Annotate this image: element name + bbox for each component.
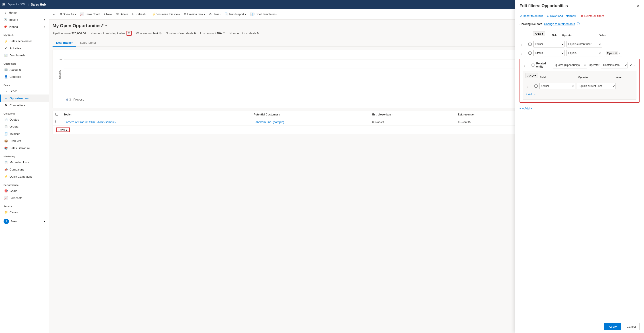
related-inner-more-button[interactable]: ···	[618, 84, 620, 88]
delete-all-filters-button[interactable]: 🗑 Delete all filters	[580, 14, 604, 18]
back-button[interactable]: ←	[51, 11, 57, 17]
sidebar-item-sales-accelerator[interactable]: ⚡ Sales accelerator	[0, 38, 49, 45]
est-close-date-column-header[interactable]: Est. close date ↑	[370, 111, 455, 118]
and-badge[interactable]: AND ▾	[533, 31, 545, 36]
topic-link[interactable]: 6 orders of Product SKU JJ202 (sample)	[64, 120, 116, 124]
goals-icon: 🎯	[4, 189, 8, 193]
sidebar-item-quotes[interactable]: 📄 Quotes	[0, 116, 49, 123]
orders-icon: 📋	[4, 125, 8, 128]
forecasts-icon: 📈	[4, 196, 8, 200]
sidebar-item-cases[interactable]: 📁 Cases	[0, 209, 49, 216]
sidebar-item-label: Home	[9, 11, 17, 14]
refresh-label: Refresh	[136, 13, 146, 16]
drag-handle-owner[interactable]: ⋮⋮	[520, 42, 527, 46]
user-expand-icon[interactable]: ▾	[44, 220, 45, 223]
status-tag-close-button[interactable]: ✕	[615, 52, 617, 54]
sidebar-item-forecasts[interactable]: 📈 Forecasts	[0, 194, 49, 201]
main-add-button[interactable]: + + Add ▾	[520, 105, 532, 111]
owner-field-select[interactable]: Owner	[533, 41, 564, 48]
owner-row-more-button[interactable]: ···	[637, 42, 640, 46]
waffle-icon[interactable]: ⊞	[2, 2, 6, 7]
related-entity-select[interactable]: Quotes (Opportunity)	[553, 62, 587, 69]
sidebar-item-pinned[interactable]: 📌 Pinned ▾	[0, 23, 49, 30]
won-info-icon[interactable]: ⓘ	[159, 32, 162, 35]
related-add-button[interactable]: + Add ▾	[526, 91, 536, 97]
related-entity-block: ⋮⋮ Related entity Quotes (Opportunity) O…	[520, 59, 640, 103]
owner-row-checkbox[interactable]	[528, 43, 532, 46]
related-inner-checkbox[interactable]	[534, 85, 538, 88]
related-entity-more-button[interactable]: ···	[634, 63, 636, 67]
status-row-more-button[interactable]: ···	[624, 51, 627, 55]
tab-deal-tracker[interactable]: Deal tracker	[52, 39, 76, 47]
change-to-retained-link[interactable]: Change to retained data	[544, 22, 575, 26]
show-chart-button[interactable]: 📈 Show Chart	[78, 11, 102, 17]
sidebar-item-orders[interactable]: 📋 Orders	[0, 123, 49, 130]
related-inner-operator-select[interactable]: Equals current user	[577, 83, 616, 89]
sidebar-item-leads[interactable]: → Leads	[0, 87, 49, 95]
chart-legend: 3 - Propose	[66, 98, 84, 101]
related-entity-checkbox[interactable]	[532, 64, 534, 67]
related-add-icon: +	[526, 93, 527, 96]
user-avatar[interactable]: S	[4, 219, 9, 224]
sidebar-item-invoices[interactable]: 🧾 Invoices	[0, 130, 49, 137]
run-report-button[interactable]: 📄 Run Report ▾	[223, 11, 248, 17]
select-all-checkbox[interactable]	[56, 113, 58, 116]
title-dropdown-icon[interactable]: ▾	[105, 24, 107, 28]
row-checkbox[interactable]	[56, 120, 58, 123]
sidebar-item-sales-literature[interactable]: 📚 Sales Literature	[0, 144, 49, 152]
new-button[interactable]: + New	[102, 11, 114, 17]
status-operator-select[interactable]: Equals	[566, 50, 602, 56]
sidebar-item-activities[interactable]: ✓ Activities	[0, 45, 49, 52]
refresh-button[interactable]: ↻ Refresh	[130, 11, 148, 17]
sidebar-item-accounts[interactable]: 🏢 Accounts	[0, 66, 49, 73]
sidebar-item-contacts[interactable]: 👤 Contacts	[0, 73, 49, 80]
status-row-checkbox[interactable]	[528, 52, 532, 55]
sidebar-item-opportunities[interactable]: ○ Opportunities	[0, 95, 49, 102]
owner-operator-select[interactable]: Equals current user	[566, 41, 602, 48]
sidebar-item-goals[interactable]: 🎯 Goals	[0, 187, 49, 194]
visualize-button[interactable]: ⚡ Visualize this view	[150, 11, 182, 17]
customer-link[interactable]: Fabrikam, Inc. (sample)	[254, 120, 284, 124]
tab-sales-funnel[interactable]: Sales funnel	[76, 39, 99, 47]
show-as-button[interactable]: ⊞ Show As ▾	[58, 11, 78, 17]
sidebar-item-home[interactable]: ⌂ Home	[0, 9, 49, 16]
sidebar-item-recent[interactable]: 🕐 Recent ▾	[0, 16, 49, 23]
sidebar-item-label: Recent	[9, 18, 18, 22]
sidebar-item-products[interactable]: 📦 Products	[0, 137, 49, 144]
sidebar-item-competitors[interactable]: ⚑ Competitors	[0, 102, 49, 109]
status-dropdown-icon[interactable]: ▾	[619, 52, 620, 54]
apply-button[interactable]: Apply	[604, 323, 621, 330]
related-and-badge[interactable]: AND ▾	[526, 73, 538, 78]
potential-customer-column-header[interactable]: Potential Customer ↕	[251, 111, 370, 118]
download-fetchxml-button[interactable]: ⬇ Download FetchXML	[547, 14, 577, 18]
related-drag-handle[interactable]: ⋮⋮	[523, 63, 530, 67]
drag-handle-status[interactable]: ⋮⋮	[520, 51, 527, 55]
related-entity-expand-button[interactable]: ⤢	[630, 64, 632, 67]
related-operator-select[interactable]: Contains data	[601, 62, 628, 69]
related-inner-drag-handle[interactable]: ⋮⋮	[526, 84, 533, 88]
excel-button[interactable]: 📊 Excel Templates ▾	[248, 11, 279, 17]
related-inner-field-select[interactable]: Owner	[539, 83, 575, 89]
status-field-select[interactable]: Status	[533, 50, 564, 56]
email-link-button[interactable]: ✉ Email a Link ▾	[182, 11, 207, 17]
sidebar-item-label: Sales Literature	[10, 146, 30, 150]
filter-close-button[interactable]: ✕	[637, 4, 640, 8]
lost-info-icon[interactable]: ⓘ	[223, 32, 225, 35]
flow-button[interactable]: ⚙ Flow ▾	[207, 11, 222, 17]
reset-default-button[interactable]: ↺ Reset to default	[520, 14, 543, 18]
sidebar-item-quick-campaigns[interactable]: ⚡ Quick Campaigns	[0, 173, 49, 180]
sidebar-item-marketing-lists[interactable]: 📋 Marketing Lists	[0, 159, 49, 166]
lost-deals-value: 0	[257, 32, 258, 35]
topic-column-header[interactable]: Topic ↕	[61, 111, 251, 118]
field-col-header: Field	[547, 34, 560, 37]
delete-button[interactable]: 🗑 Delete	[114, 11, 130, 17]
sidebar-item-campaigns[interactable]: 📣 Campaigns	[0, 166, 49, 173]
cancel-button[interactable]: Cancel	[623, 323, 640, 330]
related-and-label: AND	[528, 74, 534, 77]
sidebar-item-label: Campaigns	[10, 168, 24, 171]
sidebar-item-label: Cases	[10, 211, 18, 214]
quotes-icon: 📄	[4, 118, 8, 121]
accelerator-icon: ⚡	[4, 39, 8, 43]
sidebar-item-dashboards[interactable]: 📊 Dashboards	[0, 52, 49, 59]
pin-icon: 📌	[4, 25, 7, 29]
